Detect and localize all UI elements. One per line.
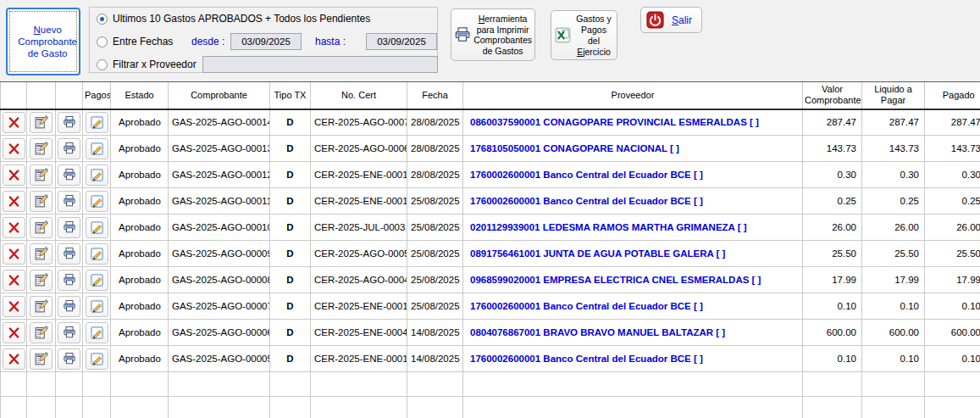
delete-cell [1, 346, 27, 372]
table-row: Aprobado GAS-2025-AGO-00010 D CER-2025-J… [1, 215, 980, 241]
liquido-a-pagar-cell: 600.00 [862, 320, 925, 346]
delete-row-button[interactable] [3, 322, 25, 343]
empty-cell [925, 397, 980, 418]
delete-row-button[interactable] [3, 243, 25, 265]
pagos-cell [83, 215, 111, 241]
edit-properties-button[interactable] [30, 243, 53, 265]
pagos-edit-button[interactable] [86, 243, 108, 265]
edit-properties-button[interactable] [30, 191, 53, 212]
delete-row-button[interactable] [3, 270, 25, 291]
proveedor-link-cell[interactable]: 0804076867001 BRAVO BRAVO MANUEL BALTAZA… [463, 320, 803, 346]
pagos-edit-button[interactable] [86, 322, 108, 343]
properties-cell [27, 136, 56, 162]
hasta-date-input[interactable]: 03/09/2025 [366, 33, 437, 50]
pagos-edit-button[interactable] [86, 270, 108, 291]
edit-properties-button[interactable] [30, 296, 53, 317]
radio-entre-fechas[interactable] [97, 36, 108, 47]
edit-form-icon [34, 168, 48, 182]
radio-filtrar-proveedor[interactable] [97, 59, 108, 70]
print-cell [56, 162, 83, 188]
pagos-edit-button[interactable] [86, 296, 108, 317]
print-row-button[interactable] [58, 138, 80, 159]
pagos-edit-button[interactable] [86, 112, 108, 133]
new-button-line2: Comprobante [18, 36, 77, 47]
delete-cell [1, 320, 27, 346]
edit-properties-button[interactable] [30, 112, 53, 133]
no-cert-cell: CER-2025-JUL-0003 [311, 215, 407, 241]
pagos-edit-button[interactable] [86, 138, 108, 159]
proveedor-link-cell[interactable]: 0201129939001 LEDESMA RAMOS MARTHA GRIMA… [463, 215, 803, 241]
delete-row-button[interactable] [3, 112, 25, 133]
print-row-button[interactable] [58, 164, 80, 186]
new-button-line1: Nuevo [18, 24, 77, 36]
tipo-tx-cell: D [270, 320, 311, 346]
print-row-button[interactable] [58, 322, 80, 343]
edit-properties-button[interactable] [30, 138, 53, 159]
desde-date-input[interactable]: 03/09/2025 [230, 33, 302, 50]
delete-row-button[interactable] [3, 164, 25, 186]
empty-cell [407, 397, 463, 418]
empty-cell [463, 397, 803, 418]
delete-row-button[interactable] [3, 217, 25, 238]
proveedor-link-cell[interactable]: 1760002600001 Banco Central del Ecuador … [463, 293, 803, 320]
delete-row-button[interactable] [3, 191, 25, 212]
proveedor-link-cell[interactable]: 0968599020001 EMPRESA ELECTRICA CNEL ESM… [463, 267, 803, 293]
edit-properties-button[interactable] [30, 164, 53, 186]
print-row-button[interactable] [58, 296, 80, 317]
table-row: Aprobado GAS-2025-AGO-00009 D CER-2025-A… [1, 241, 980, 267]
delete-row-button[interactable] [3, 138, 25, 159]
delete-row-button[interactable] [3, 348, 25, 370]
fecha-cell: 14/08/2025 [407, 320, 463, 346]
print-cell [56, 188, 83, 215]
proveedor-filter-input[interactable] [202, 56, 438, 73]
print-cell [56, 136, 83, 162]
pencil-note-icon [90, 220, 104, 235]
header-fecha: Fecha [407, 82, 463, 109]
delete-row-button[interactable] [3, 296, 25, 317]
empty-cell [270, 397, 311, 418]
pagos-edit-button[interactable] [86, 191, 108, 212]
empty-cell [1, 397, 27, 418]
edit-form-icon [34, 115, 48, 130]
proveedor-link-cell[interactable]: 0860037590001 CONAGOPARE PROVINCIAL ESME… [463, 109, 803, 136]
edit-properties-button[interactable] [30, 348, 53, 370]
properties-cell [27, 241, 56, 267]
fecha-cell: 14/08/2025 [407, 346, 463, 372]
proveedor-link-cell[interactable]: 1760002600001 Banco Central del Ecuador … [463, 188, 803, 215]
pagos-cell [83, 241, 111, 267]
radio-last10[interactable] [97, 14, 108, 25]
delete-cell [1, 215, 27, 241]
proveedor-link-cell[interactable]: 1760002600001 Banco Central del Ecuador … [463, 346, 803, 372]
delete-cell [1, 267, 27, 293]
no-cert-cell: CER-2025-ENE-0001 [311, 293, 407, 320]
print-row-button[interactable] [58, 348, 80, 370]
proveedor-link-cell[interactable]: 1760002600001 Banco Central del Ecuador … [463, 162, 803, 188]
delete-cell [1, 136, 27, 162]
excel-line3: Ejercicio [574, 47, 613, 58]
pagos-edit-button[interactable] [86, 164, 108, 186]
print-vouchers-tool-button[interactable]: Herramienta para Imprimir Comprobantes d… [451, 8, 535, 61]
header-proveedor: Proveedor [463, 82, 803, 109]
liquido-a-pagar-cell: 0.25 [862, 188, 925, 215]
proveedor-link-cell[interactable]: 0891756461001 JUNTA DE AGUA POTABLE GALE… [463, 241, 803, 267]
exit-button[interactable]: Salir [640, 7, 702, 33]
edit-properties-button[interactable] [30, 217, 53, 238]
new-expense-voucher-button[interactable]: Nuevo Comprobante de Gasto [6, 8, 80, 75]
print-row-button[interactable] [58, 270, 80, 291]
no-cert-cell: CER-2025-AGO-0007 [311, 109, 407, 136]
proveedor-link-cell[interactable]: 1768105050001 CONAGOPARE NACIONAL [ ] [463, 136, 803, 162]
pagos-edit-button[interactable] [86, 217, 108, 238]
empty-cell [862, 397, 925, 418]
estado-cell: Aprobado [111, 346, 169, 372]
filter-option-last10: Ultimos 10 Gastos APROBADOS + Todos los … [97, 13, 370, 25]
print-row-button[interactable] [58, 191, 80, 212]
print-row-button[interactable] [58, 217, 80, 238]
header-delete-col [1, 82, 27, 109]
edit-properties-button[interactable] [30, 322, 53, 343]
pagos-edit-button[interactable] [86, 348, 108, 370]
empty-row [1, 372, 980, 397]
print-row-button[interactable] [58, 243, 80, 265]
edit-properties-button[interactable] [30, 270, 53, 291]
print-row-button[interactable] [58, 112, 80, 133]
excel-report-button[interactable]: Gastos y Pagos del Ejercicio [551, 10, 617, 60]
